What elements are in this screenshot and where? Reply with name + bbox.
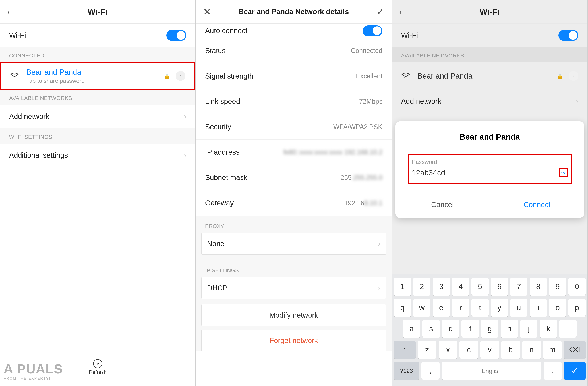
available-section-header: AVAILABLE NETWORKS <box>392 47 588 62</box>
security-value: WPA/WPA2 PSK <box>333 123 382 131</box>
ip-settings-select[interactable]: DHCP › <box>201 277 386 299</box>
space-key[interactable]: English <box>442 362 541 380</box>
wifi-icon <box>401 71 410 81</box>
on-screen-keyboard[interactable]: 1234567890 qwertyuiop asdfghjkl ↑ zxcvbn… <box>392 274 588 386</box>
wifi-toggle-row[interactable]: Wi-Fi <box>0 23 195 47</box>
signal-value: Excellent <box>356 72 382 80</box>
key-b[interactable]: b <box>501 341 520 359</box>
keyboard-row-a: asdfghjkl <box>394 320 586 338</box>
key-s[interactable]: s <box>422 320 440 338</box>
key-o[interactable]: o <box>549 299 566 317</box>
chevron-right-icon: › <box>378 284 380 292</box>
key-d[interactable]: d <box>442 320 459 338</box>
key-7[interactable]: 7 <box>510 278 527 296</box>
key-n[interactable]: n <box>522 341 541 359</box>
key-3[interactable]: 3 <box>433 278 450 296</box>
proxy-select[interactable]: None › <box>201 233 386 255</box>
key-2[interactable]: 2 <box>413 278 430 296</box>
network-name: Bear and Panda <box>26 68 164 77</box>
key-r[interactable]: r <box>452 299 469 317</box>
period-key[interactable]: . <box>544 362 562 380</box>
key-8[interactable]: 8 <box>530 278 547 296</box>
key-c[interactable]: c <box>460 341 478 359</box>
key-v[interactable]: v <box>480 341 499 359</box>
wifi-toggle <box>558 30 578 41</box>
modify-network-button[interactable]: Modify network <box>201 304 386 326</box>
comma-key[interactable]: , <box>421 362 440 380</box>
chevron-right-icon: › <box>184 151 186 159</box>
key-6[interactable]: 6 <box>491 278 508 296</box>
wifi-toggle-row: Wi-Fi <box>392 23 588 47</box>
close-icon[interactable]: ✕ <box>203 6 211 17</box>
key-p[interactable]: p <box>568 299 586 317</box>
key-l[interactable]: l <box>559 320 577 338</box>
key-t[interactable]: t <box>471 299 489 317</box>
backspace-key[interactable]: ⌫ <box>564 341 586 359</box>
key-i[interactable]: i <box>530 299 547 317</box>
key-0[interactable]: 0 <box>568 278 586 296</box>
chevron-right-icon: › <box>378 240 380 248</box>
security-row: Security WPA/WPA2 PSK <box>196 114 391 140</box>
security-label: Security <box>205 123 231 131</box>
enter-key[interactable]: ✓ <box>564 362 586 380</box>
header: ‹ Wi-Fi <box>392 0 588 23</box>
key-j[interactable]: j <box>520 320 538 338</box>
key-k[interactable]: k <box>540 320 557 338</box>
key-h[interactable]: h <box>501 320 518 338</box>
link-value: 72Mbps <box>359 98 382 105</box>
auto-connect-toggle[interactable] <box>362 25 382 36</box>
refresh-label: Refresh <box>89 369 106 375</box>
shift-key[interactable]: ↑ <box>394 341 416 359</box>
key-a[interactable]: a <box>403 320 420 338</box>
confirm-icon[interactable]: ✓ <box>376 6 384 17</box>
subnet-label: Subnet mask <box>205 173 247 182</box>
key-m[interactable]: m <box>543 341 562 359</box>
additional-settings-row[interactable]: Additional settings › <box>0 144 195 167</box>
key-x[interactable]: x <box>439 341 457 359</box>
connect-dialog: Bear and Panda Password 12ab34cd Cancel … <box>395 122 584 218</box>
password-field[interactable]: 12ab34cd <box>412 168 568 181</box>
signal-row: Signal strength Excellent <box>196 64 391 89</box>
key-e[interactable]: e <box>433 299 450 317</box>
keyboard-row-numbers: 1234567890 <box>394 278 586 296</box>
cancel-button[interactable]: Cancel <box>395 192 490 218</box>
symbols-key[interactable]: ?123 <box>394 362 419 380</box>
key-5[interactable]: 5 <box>471 278 489 296</box>
page-title: Wi-Fi <box>480 7 500 17</box>
key-4[interactable]: 4 <box>452 278 469 296</box>
add-network-row[interactable]: Add network › <box>0 105 195 128</box>
connect-button[interactable]: Connect <box>490 192 584 218</box>
key-q[interactable]: q <box>394 299 411 317</box>
watermark: A PUALS FROM THE EXPERTS! <box>4 362 63 381</box>
gateway-value: 192.168.10.1 <box>344 199 382 207</box>
key-g[interactable]: g <box>481 320 499 338</box>
key-9[interactable]: 9 <box>549 278 566 296</box>
wifi-toggle[interactable] <box>167 30 186 41</box>
ip-settings-section-header: IP SETTINGS <box>196 260 391 277</box>
key-u[interactable]: u <box>510 299 527 317</box>
key-w[interactable]: w <box>413 299 430 317</box>
page-title: Bear and Panda Network details <box>238 8 349 16</box>
auto-connect-row[interactable]: Auto connect <box>196 23 391 38</box>
header: ‹ Wi-Fi <box>0 0 195 23</box>
lock-icon: 🔒 <box>557 73 563 79</box>
key-z[interactable]: z <box>418 341 437 359</box>
watermark-brand: A PUALS <box>4 362 63 376</box>
password-input[interactable]: 12ab34cd <box>412 169 485 177</box>
keyboard-row-bottom: ?123 , English . ✓ <box>394 362 586 380</box>
wifi-label: Wi-Fi <box>401 31 418 39</box>
connected-network-item[interactable]: Bear and Panda Tap to share password 🔒 › <box>0 62 195 89</box>
key-f[interactable]: f <box>462 320 479 338</box>
add-network-label: Add network <box>9 112 49 121</box>
back-icon[interactable]: ‹ <box>7 6 10 17</box>
lock-icon: 🔒 <box>164 73 170 79</box>
refresh-button[interactable]: ↻ Refresh <box>89 359 106 375</box>
show-password-button[interactable] <box>559 168 568 177</box>
watermark-tagline: FROM THE EXPERTS! <box>4 376 63 381</box>
key-1[interactable]: 1 <box>394 278 411 296</box>
forget-network-button[interactable]: Forget network <box>201 330 386 351</box>
wifi-label: Wi-Fi <box>9 31 26 39</box>
forget-label: Forget network <box>270 337 318 345</box>
details-button[interactable]: › <box>176 71 186 81</box>
key-y[interactable]: y <box>491 299 508 317</box>
